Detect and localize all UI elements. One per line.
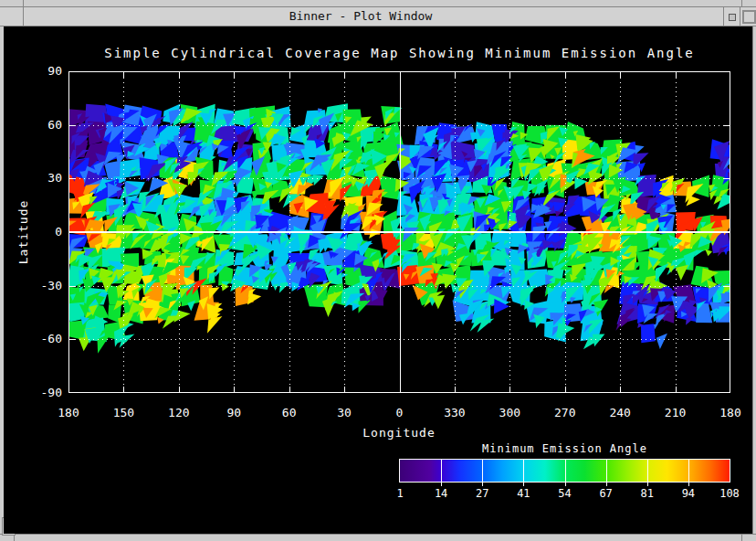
colorbar-tick-mark — [523, 483, 524, 486]
window-bottom-border[interactable] — [0, 534, 756, 541]
colorbar-divider — [565, 460, 566, 482]
colorbar-tick-label: 14 — [421, 487, 461, 500]
colorbar-divider — [482, 460, 483, 482]
plot-title: Simple Cylindrical Coverage Map Showing … — [68, 46, 730, 60]
window-right-border[interactable] — [752, 27, 756, 534]
plot-content-area: Simple Cylindrical Coverage Map Showing … — [4, 27, 752, 534]
colorbar-tick-mark — [688, 483, 689, 486]
y-tick-label: -90 — [26, 386, 62, 399]
colorbar-divider — [523, 460, 524, 482]
x-tick-label: 300 — [487, 406, 532, 419]
coverage-map-canvas[interactable] — [68, 71, 730, 393]
x-tick-label: 240 — [597, 406, 643, 419]
x-tick-label: 30 — [321, 406, 367, 419]
colorbar-tick-mark — [482, 483, 483, 486]
minimize-button[interactable] — [723, 7, 740, 26]
colorbar-divider — [688, 460, 689, 482]
minimize-icon — [729, 14, 736, 21]
y-tick-label: -30 — [26, 279, 62, 292]
colorbar-tick-mark — [647, 483, 648, 486]
colorbar-tick-mark — [441, 483, 442, 486]
x-tick-label: 270 — [542, 406, 588, 419]
window-titlebar[interactable]: Binner - Plot Window — [0, 7, 756, 27]
colorbar-tick-label: 1 — [380, 487, 420, 500]
frame-divider — [23, 7, 24, 26]
colorbar-tick-label: 108 — [709, 487, 750, 500]
colorbar-tick-label: 27 — [462, 487, 502, 500]
window-title: Binner - Plot Window — [0, 9, 721, 23]
x-tick-label: 210 — [653, 406, 698, 419]
x-tick-label: 90 — [211, 406, 257, 419]
colorbar-tick-label: 67 — [586, 487, 626, 500]
y-tick-label: 90 — [26, 64, 62, 78]
maximize-icon — [742, 10, 756, 24]
y-tick-label: -60 — [26, 332, 62, 345]
colorbar-divider — [647, 460, 648, 482]
maximize-button[interactable] — [740, 7, 756, 26]
colorbar-tick-mark — [565, 483, 566, 486]
colorbar-tick-label: 54 — [545, 487, 585, 500]
y-axis-label: Latitude — [16, 175, 29, 289]
colorbar-tick-label: 41 — [503, 487, 543, 500]
frame-divider — [23, 0, 24, 6]
x-tick-label: 180 — [46, 406, 91, 419]
colorbar-divider — [606, 460, 607, 482]
y-tick-label: 30 — [26, 171, 62, 185]
frame-divider — [741, 0, 742, 6]
frame-divider — [14, 535, 15, 541]
frame-divider — [741, 535, 742, 541]
x-tick-label: 180 — [708, 406, 753, 419]
colorbar-tick-mark — [606, 483, 607, 486]
y-tick-label: 0 — [26, 225, 62, 239]
colorbar-tick-label: 81 — [627, 487, 667, 500]
x-tick-label: 60 — [267, 406, 312, 419]
colorbar-gradient — [399, 459, 730, 483]
colorbar-divider — [441, 460, 442, 482]
x-axis-label: Longitude — [308, 426, 490, 440]
x-tick-label: 120 — [156, 406, 202, 419]
plot-window: Binner - Plot Window Simple Cylindrical … — [0, 0, 756, 541]
x-tick-label: 150 — [100, 406, 146, 419]
y-tick-label: 60 — [26, 118, 62, 132]
colorbar-title: Minimum Emission Angle — [399, 442, 730, 455]
window-top-border[interactable] — [0, 0, 756, 7]
x-tick-label: 0 — [377, 406, 423, 419]
x-tick-label: 330 — [432, 406, 478, 419]
colorbar-tick-label: 94 — [668, 487, 709, 500]
